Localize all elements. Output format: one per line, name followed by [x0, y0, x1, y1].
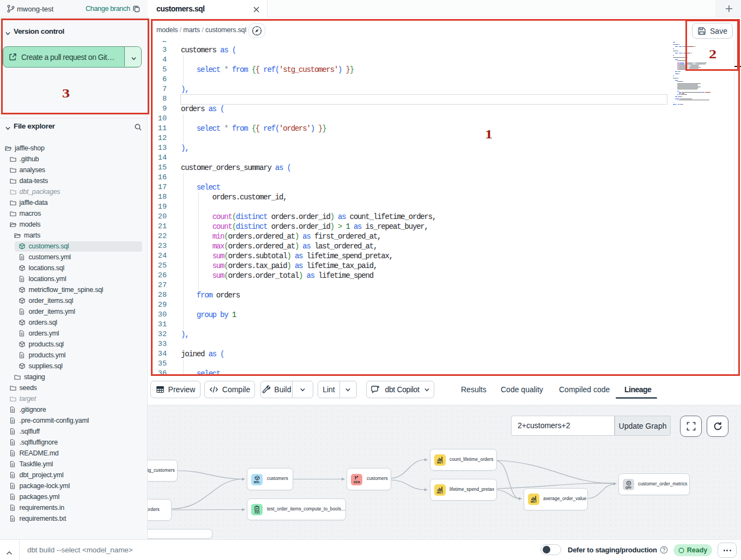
- svg-text:R: R: [628, 482, 630, 485]
